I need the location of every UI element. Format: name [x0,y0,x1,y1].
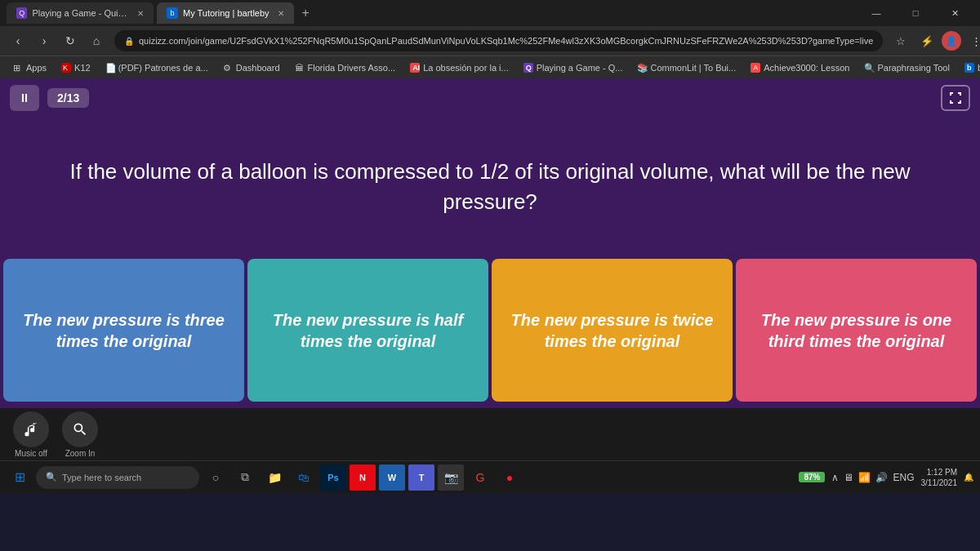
bartleby-bm-favicon: b [964,63,974,73]
answer-option-4[interactable]: The new pressure is one third times the … [736,259,977,402]
game-topbar: II 2/13 [0,78,980,118]
paraphrasing-favicon: 🔍 [864,63,874,73]
answer-text-4: The new pressure is one third times the … [752,309,960,352]
search-placeholder: Type here to search [62,473,141,482]
system-icons: ∧ 🖥 📶 🔊 ENG [831,472,914,483]
taskbar-teams[interactable]: T [408,464,434,491]
maximize-button[interactable]: □ [897,0,934,26]
answer-text-2: The new pressure is half times the origi… [264,309,472,352]
bookmark-k12-label: K12 [74,63,91,73]
close-button[interactable]: ✕ [936,0,973,26]
music-toggle[interactable]: Music off [13,411,49,458]
taskbar-cortana[interactable]: ○ [203,464,229,491]
taskbar-search[interactable]: 🔍 Type here to search [36,466,199,489]
question-area: If the volume of a balloon is compressed… [0,118,980,256]
answer-option-1[interactable]: The new pressure is three times the orig… [3,259,244,402]
commonlit-favicon: 📚 [637,63,647,73]
language-label: ENG [893,472,914,483]
question-text: If the volume of a balloon is compressed… [49,157,931,216]
extension-icon[interactable]: ⚡ [915,29,938,52]
time: 1:12 PM [921,467,958,478]
forward-button[interactable]: › [33,29,56,52]
taskbar-explorer[interactable]: 📁 [261,464,287,491]
zoom-icon [62,411,98,447]
answer-option-3[interactable]: The new pressure is twice times the orig… [492,259,733,402]
title-bar: Q Playing a Game - Quizizz ✕ b My Tutori… [0,0,980,26]
bookmark-quizizz-label: Playing a Game - Q... [537,63,623,73]
tab-quizizz[interactable]: Q Playing a Game - Quizizz ✕ [7,2,154,24]
url-bar[interactable]: 🔒 quizizz.com/join/game/U2FsdGVkX1%252FN… [114,30,883,51]
florida-favicon: 🏛 [295,63,305,73]
bookmark-commonlit-label: CommonLit | To Bui... [650,63,736,73]
bookmark-dashboard[interactable]: ⚙ Dashboard [216,61,287,74]
bookmark-apps[interactable]: ⊞ Apps [7,61,53,74]
taskbar-task-view[interactable]: ⧉ [232,464,258,491]
taskbar-right: 87% ∧ 🖥 📶 🔊 ENG 1:12 PM 3/11/2021 🔔 [799,467,973,488]
taskbar-store[interactable]: 🛍 [291,464,317,491]
taskbar-netflix[interactable]: N [350,464,376,491]
new-tab-button[interactable]: + [297,6,314,20]
battery-indicator: 87% [799,472,825,482]
toolbar-icons: ☆ ⚡ 👤 ⋮ [889,29,980,52]
minimize-button[interactable]: — [858,0,895,26]
answer-option-2[interactable]: The new pressure is half times the origi… [247,259,488,402]
game-area: II 2/13 If the volume of a balloon is co… [0,78,980,460]
music-label: Music off [15,449,47,458]
answer-text-1: The new pressure is three times the orig… [20,309,228,352]
pdf-favicon: 📄 [105,63,115,73]
star-icon[interactable]: ☆ [889,29,912,52]
bookmark-paraphrasing-label: Paraphrasing Tool [877,63,949,73]
tab-label-quizizz: Playing a Game - Quizizz [32,8,129,18]
tab-label-bartleby: My Tutoring | bartleby [183,8,270,18]
dashboard-favicon: ⚙ [223,63,233,73]
notification-icon[interactable]: 🔔 [964,473,973,482]
url-text: quizizz.com/join/game/U2FsdGVkX1%252FNqR… [139,36,873,46]
fullscreen-button[interactable] [941,85,970,111]
zoom-toggle[interactable]: Zoom In [62,411,98,458]
bookmarks-bar: ⊞ Apps K K12 📄 (PDF) Patrones de a... ⚙ … [0,56,980,78]
bookmark-florida-label: Florida Drivers Asso... [308,63,396,73]
taskbar-photoshop[interactable]: Ps [320,464,346,491]
browser-chrome: Q Playing a Game - Quizizz ✕ b My Tutori… [0,0,980,78]
bookmark-k12[interactable]: K K12 [55,61,97,74]
taskbar-opera[interactable]: ● [497,464,523,491]
bookmark-dashboard-label: Dashboard [236,63,280,73]
bookmark-paraphrasing[interactable]: 🔍 Paraphrasing Tool [858,61,956,74]
k12-favicon: K [61,63,71,73]
start-button[interactable]: ⊞ [7,464,33,491]
music-icon [13,411,49,447]
tab-close-bartleby[interactable]: ✕ [278,9,284,18]
tab-favicon-quizizz: Q [16,7,27,19]
bookmark-pdf[interactable]: 📄 (PDF) Patrones de a... [99,61,215,74]
network-icon[interactable]: 🖥 [844,472,853,483]
taskbar-word[interactable]: W [379,464,405,491]
tab-bartleby[interactable]: b My Tutoring | bartleby ✕ [157,2,294,24]
bookmark-achieve3000[interactable]: A Achieve3000: Lesson [744,61,856,74]
bookmark-bartleby[interactable]: b bartleby [958,61,980,74]
window-controls: — □ ✕ [858,0,973,26]
taskbar-camera[interactable]: 📷 [438,464,464,491]
profile-icon[interactable]: 👤 [942,31,961,51]
pause-button[interactable]: II [10,85,39,111]
wifi-icon[interactable]: 📶 [858,472,871,483]
taskbar-chrome[interactable]: G [467,464,493,491]
bookmark-pdf-label: (PDF) Patrones de a... [118,63,208,73]
zoom-label: Zoom In [65,449,96,458]
search-icon: 🔍 [46,472,57,482]
bookmark-florida[interactable]: 🏛 Florida Drivers Asso... [288,61,403,74]
bookmark-la-obsesion[interactable]: AI La obsesión por la i... [403,61,515,74]
back-button[interactable]: ‹ [7,29,29,52]
bookmark-commonlit[interactable]: 📚 CommonLit | To Bui... [630,61,742,74]
menu-icon[interactable]: ⋮ [964,29,980,52]
la-obsesion-favicon: AI [410,63,420,73]
home-button[interactable]: ⌂ [85,29,108,52]
chevron-icon[interactable]: ∧ [831,472,839,483]
apps-favicon: ⊞ [13,63,23,73]
sound-icon[interactable]: 🔊 [875,472,888,483]
tab-close-quizizz[interactable]: ✕ [137,9,144,18]
bookmark-quizizz[interactable]: Q Playing a Game - Q... [517,61,630,74]
lock-icon: 🔒 [124,37,134,46]
reload-button[interactable]: ↻ [59,29,82,52]
bookmark-achieve-label: Achieve3000: Lesson [764,63,849,73]
achieve-favicon: A [751,63,760,73]
